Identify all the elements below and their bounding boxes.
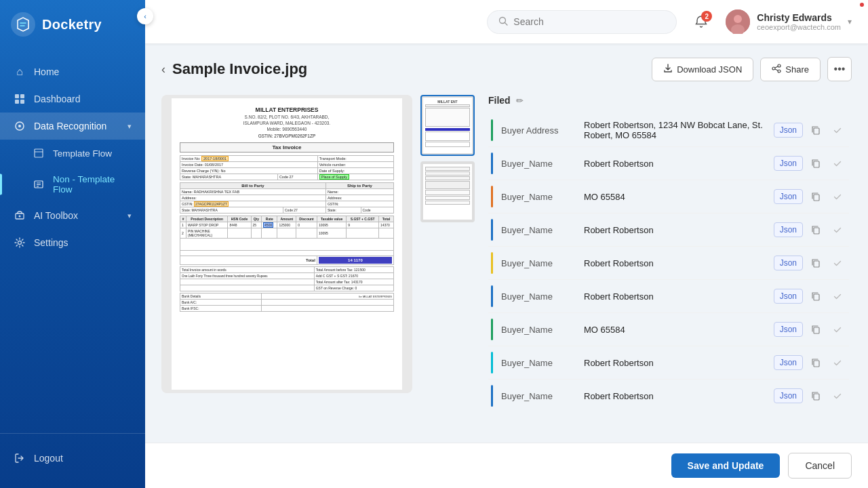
json-badge-0[interactable]: Json [774, 123, 803, 138]
sidebar-item-ai-toolbox[interactable]: AI Toolbox ▾ [0, 202, 145, 229]
content-area: ‹ Sample Invoice.jpg Download JSON [145, 43, 868, 443]
row-value: Robert Robertson, 1234 NW Bobcat Lane, S… [584, 120, 766, 140]
row-actions: Json [774, 188, 846, 205]
row-label: Buyer_Name [501, 325, 576, 335]
sidebar-item-dashboard[interactable]: Dashboard [0, 85, 145, 113]
save-update-button[interactable]: Save and Update [671, 453, 781, 478]
thumbnail-2[interactable] [420, 161, 475, 222]
more-options-button[interactable]: ••• [827, 57, 852, 81]
svg-rect-27 [814, 161, 819, 167]
row-value: MO 65584 [584, 192, 766, 202]
sidebar-item-ai-toolbox-label: AI Toolbox [34, 210, 78, 221]
svg-rect-29 [814, 228, 819, 234]
sidebar-item-data-recognition[interactable]: Data Recognition ▾ [0, 113, 145, 140]
sidebar-collapse-button[interactable]: ‹ [137, 8, 153, 24]
search-input[interactable] [513, 16, 665, 27]
bank-table: Bank Detailsfor MILLAT ENTERPRISES Bank … [180, 293, 394, 312]
row-actions: Json [774, 221, 846, 239]
check-icon-4[interactable] [829, 254, 846, 272]
json-badge-5[interactable]: Json [774, 289, 803, 304]
check-icon-8[interactable] [829, 387, 846, 405]
settings-icon [14, 237, 26, 249]
company-address: S.NO. 82/2, PLOT NO. 6/43, AKHTARABD,ISL… [180, 114, 394, 132]
check-icon-7[interactable] [829, 354, 846, 371]
main-content: 2 Christy Edwards ceoexport@wactech.com … [145, 0, 868, 488]
svg-rect-30 [814, 261, 819, 267]
user-menu-chevron: ▾ [848, 17, 852, 26]
left-panel: MILLAT ENTERPRISES S.NO. 82/2, PLOT NO. … [161, 95, 475, 443]
json-badge-4[interactable]: Json [774, 256, 803, 270]
copy-icon-3[interactable] [807, 221, 825, 239]
non-template-flow-icon [33, 178, 45, 190]
thumbnail-1-preview: MILLAT ENT [423, 98, 472, 153]
data-row: Buyer_Name Robert Robertson Json [488, 380, 849, 412]
share-button[interactable]: Share [760, 58, 821, 81]
svg-rect-34 [814, 394, 819, 400]
sidebar-item-settings[interactable]: Settings [0, 229, 145, 256]
invoice-document: MILLAT ENTERPRISES S.NO. 82/2, PLOT NO. … [172, 98, 402, 390]
user-menu[interactable]: Christy Edwards ceoexport@wactech.com ▾ [726, 9, 852, 34]
right-panel: Filed ✏ Buyer Address Robert Robertson, … [488, 95, 852, 443]
copy-icon-0[interactable] [807, 121, 825, 139]
share-icon [772, 64, 781, 75]
app-name: Docketry [42, 17, 102, 33]
json-badge-1[interactable]: Json [774, 156, 803, 171]
data-row: Buyer Address Robert Robertson, 1234 NW … [488, 114, 849, 147]
download-json-button[interactable]: Download JSON [652, 58, 753, 81]
edit-icon[interactable]: ✏ [516, 96, 524, 106]
svg-rect-1 [15, 94, 19, 98]
copy-icon-6[interactable] [807, 321, 825, 338]
notification-button[interactable]: 2 [688, 8, 715, 35]
check-icon-6[interactable] [829, 321, 846, 338]
sidebar-item-non-template-flow[interactable]: Non - Template Flow [0, 167, 145, 202]
copy-icon-4[interactable] [807, 254, 825, 272]
json-badge-8[interactable]: Json [774, 388, 803, 403]
check-icon-2[interactable] [829, 188, 846, 205]
copy-icon-1[interactable] [807, 155, 825, 172]
sidebar: ‹ Docketry ⌂ Home Dashboard [0, 0, 145, 488]
svg-line-17 [505, 22, 508, 25]
copy-icon-5[interactable] [807, 287, 825, 305]
sidebar-item-home-label: Home [34, 66, 59, 77]
copy-icon-7[interactable] [807, 354, 825, 371]
logout-button[interactable]: Logout [0, 445, 145, 472]
check-icon-1[interactable] [829, 155, 846, 172]
download-json-label: Download JSON [677, 64, 742, 75]
copy-icon-2[interactable] [807, 188, 825, 205]
tax-invoice-title: Tax Invoice [180, 142, 394, 152]
docketry-logo-icon [11, 12, 35, 37]
sidebar-item-template-flow-label: Template Flow [53, 148, 112, 159]
data-recognition-icon [14, 120, 26, 132]
sidebar-item-home[interactable]: ⌂ Home [0, 58, 145, 85]
back-button[interactable]: ‹ [161, 62, 165, 77]
svg-point-23 [778, 70, 781, 73]
dashboard-icon [14, 93, 26, 105]
search-box[interactable] [487, 10, 677, 34]
row-indicator [491, 285, 493, 307]
sidebar-footer: Logout [0, 433, 145, 488]
cancel-button[interactable]: Cancel [788, 453, 852, 479]
topbar: 2 Christy Edwards ceoexport@wactech.com … [145, 0, 868, 43]
json-badge-2[interactable]: Json [774, 189, 803, 204]
json-badge-7[interactable]: Json [774, 355, 803, 370]
sidebar-logo: Docketry [0, 0, 145, 53]
svg-point-15 [18, 241, 22, 245]
check-icon-0[interactable] [829, 121, 846, 139]
copy-icon-8[interactable] [807, 387, 825, 405]
json-badge-6[interactable]: Json [774, 322, 803, 337]
gstin: GSTIN: 27BVGPM0262F1ZP [180, 134, 394, 138]
avatar-image [726, 9, 750, 34]
thumbnail-1[interactable]: MILLAT ENT [420, 95, 475, 156]
row-indicator [491, 219, 493, 241]
row-actions: Json [774, 287, 846, 305]
check-icon-5[interactable] [829, 287, 846, 305]
home-icon: ⌂ [14, 66, 26, 78]
check-icon-3[interactable] [829, 221, 846, 239]
thumbnail-2-preview [423, 164, 472, 220]
sidebar-item-template-flow[interactable]: Template Flow [0, 140, 145, 167]
json-badge-3[interactable]: Json [774, 222, 803, 237]
row-label: Buyer_Name [501, 358, 576, 368]
svg-rect-7 [35, 149, 43, 157]
search-icon [498, 16, 508, 28]
header-actions: Download JSON Share • [652, 57, 852, 81]
